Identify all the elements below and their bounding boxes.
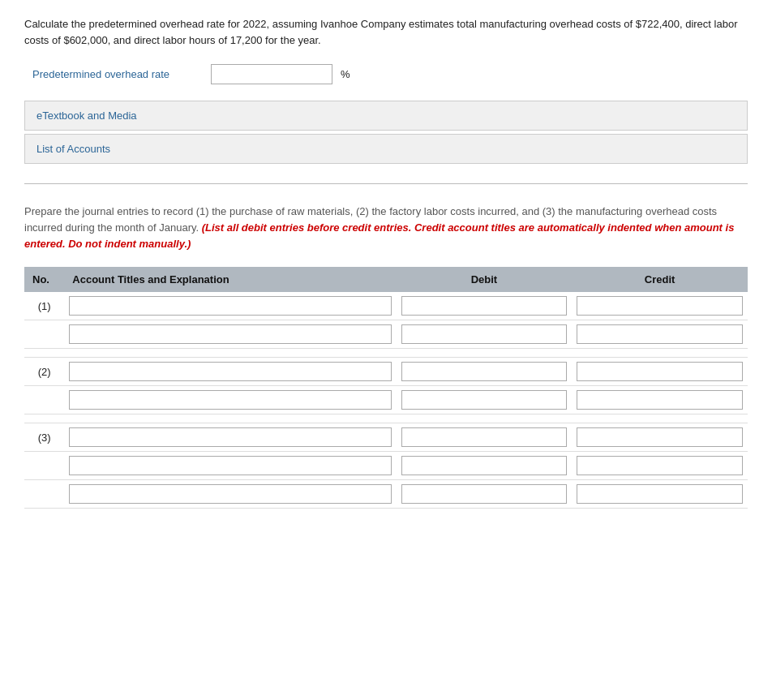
credit-input[interactable] — [577, 296, 743, 316]
debit-input[interactable] — [401, 456, 568, 475]
row-number — [24, 452, 64, 480]
credit-input[interactable] — [577, 427, 743, 447]
credit-input[interactable] — [577, 456, 743, 475]
intro-paragraph: Calculate the predetermined overhead rat… — [24, 16, 748, 48]
account-input[interactable] — [69, 296, 391, 316]
percent-symbol: % — [341, 68, 350, 80]
debit-cell — [397, 292, 573, 320]
table-row — [24, 480, 748, 509]
account-input[interactable] — [69, 484, 391, 504]
header-credit: Credit — [572, 267, 748, 292]
credit-input[interactable] — [577, 484, 743, 504]
credit-cell — [572, 292, 748, 320]
table-row — [24, 452, 748, 480]
account-cell — [64, 358, 396, 386]
row-number — [24, 320, 64, 349]
table-row — [24, 320, 748, 349]
row-number — [24, 480, 64, 509]
debit-cell — [397, 320, 573, 349]
debit-cell — [397, 423, 573, 452]
account-input[interactable] — [69, 324, 391, 344]
account-input[interactable] — [69, 362, 391, 381]
row-number: (3) — [24, 423, 64, 452]
account-input[interactable] — [69, 390, 391, 410]
row-number: (2) — [24, 358, 64, 386]
debit-cell — [397, 452, 573, 480]
row-number: (1) — [24, 292, 64, 320]
journal-table: No. Account Titles and Explanation Debit… — [24, 267, 748, 509]
credit-cell — [572, 358, 748, 386]
table-row: (2) — [24, 358, 748, 386]
debit-cell — [397, 358, 573, 386]
account-input[interactable] — [69, 427, 391, 447]
account-cell — [64, 292, 396, 320]
etextbook-button[interactable]: eTextbook and Media — [24, 101, 748, 131]
header-account: Account Titles and Explanation — [64, 267, 396, 292]
credit-cell — [572, 452, 748, 480]
debit-cell — [397, 386, 573, 414]
section-divider — [24, 183, 748, 184]
credit-input[interactable] — [577, 362, 743, 381]
header-no: No. — [24, 267, 64, 292]
row-number — [24, 386, 64, 414]
credit-cell — [572, 423, 748, 452]
debit-input[interactable] — [401, 324, 568, 344]
account-input[interactable] — [69, 456, 391, 475]
table-row: (1) — [24, 292, 748, 320]
table-row: (3) — [24, 423, 748, 452]
account-cell — [64, 423, 396, 452]
overhead-rate-input[interactable] — [211, 64, 332, 84]
credit-cell — [572, 480, 748, 509]
account-cell — [64, 452, 396, 480]
account-cell — [64, 320, 396, 349]
credit-input[interactable] — [577, 390, 743, 410]
debit-input[interactable] — [401, 390, 568, 410]
account-cell — [64, 386, 396, 414]
header-debit: Debit — [397, 267, 573, 292]
overhead-rate-row: Predetermined overhead rate % — [24, 64, 748, 84]
credit-cell — [572, 320, 748, 349]
debit-cell — [397, 480, 573, 509]
debit-input[interactable] — [401, 427, 568, 447]
credit-input[interactable] — [577, 324, 743, 344]
table-row — [24, 386, 748, 414]
debit-input[interactable] — [401, 362, 568, 381]
journal-instructions: Prepare the journal entries to record (1… — [24, 204, 748, 252]
overhead-rate-label: Predetermined overhead rate — [32, 68, 203, 80]
list-of-accounts-button[interactable]: List of Accounts — [24, 134, 748, 164]
debit-input[interactable] — [401, 484, 568, 504]
debit-input[interactable] — [401, 296, 568, 316]
account-cell — [64, 480, 396, 509]
credit-cell — [572, 386, 748, 414]
table-header-row: No. Account Titles and Explanation Debit… — [24, 267, 748, 292]
